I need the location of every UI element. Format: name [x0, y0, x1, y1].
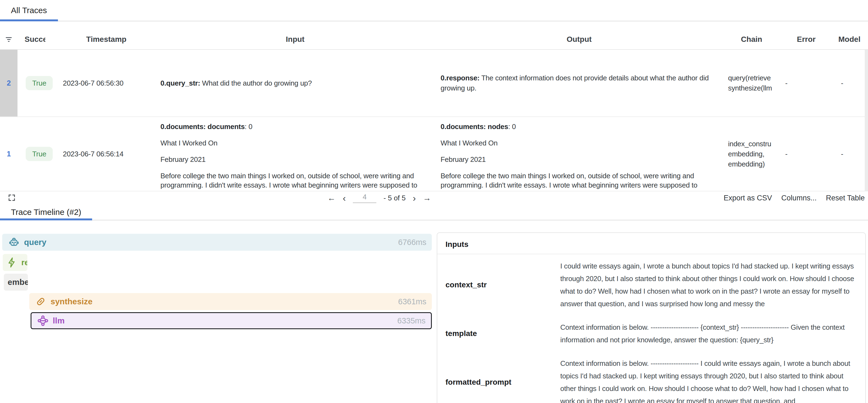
previous-page-button[interactable]: ‹	[343, 193, 346, 203]
input-field-row: formatted_prompt Context information is …	[437, 351, 865, 403]
lightning-bolt-icon	[6, 257, 18, 268]
row-number-cell[interactable]: 1	[0, 117, 18, 191]
field-label: template	[445, 329, 560, 338]
span-duration: 6361ms	[393, 297, 426, 306]
fullscreen-expand-icon[interactable]	[8, 193, 16, 202]
page-number-input[interactable]	[353, 193, 376, 203]
pagination-controls: ← ‹ - 5 of 5 › →	[328, 191, 431, 205]
span-bar-query[interactable]: query 6766ms	[2, 234, 432, 251]
filter-icon[interactable]	[6, 36, 12, 43]
timestamp-cell: 2023-06-7 06:56:14	[59, 117, 154, 191]
table-actions: Export as CSV Columns... Reset Table	[724, 191, 865, 205]
inputs-panel-title: Inputs	[437, 233, 865, 254]
tab-all-traces-label: All Traces	[11, 6, 47, 15]
error-cell: -	[782, 117, 831, 191]
table-row-trace-2[interactable]: 2 True 2023-06-7 06:56:30 0.query_str: W…	[0, 50, 868, 117]
columns-button[interactable]: Columns...	[781, 194, 817, 202]
chain-cell: index_constru embedding, embedding)	[721, 117, 782, 191]
trace-detail-workspace: query 6766ms retrieve embedding synthesi…	[0, 220, 868, 403]
success-cell: True	[18, 50, 59, 117]
table-footer-bar: ← ‹ - 5 of 5 › → Export as CSV Columns..…	[0, 191, 868, 205]
span-timeline: query 6766ms retrieve embedding synthesi…	[2, 220, 432, 403]
next-page-button[interactable]: ›	[413, 193, 416, 203]
column-header-input[interactable]: Input	[154, 35, 437, 44]
output-cell: 0.response: The context information does…	[437, 50, 721, 117]
span-bar-llm[interactable]: llm 6335ms	[31, 312, 432, 329]
error-cell: -	[782, 50, 831, 117]
timeline-tabbar: Trace Timeline (#2)	[0, 205, 868, 220]
success-cell: True	[18, 117, 59, 191]
tab-trace-timeline[interactable]: Trace Timeline (#2)	[0, 205, 92, 220]
column-header-timestamp[interactable]: Timestamp	[59, 35, 154, 44]
tab-trace-timeline-label: Trace Timeline (#2)	[11, 208, 81, 217]
field-label: context_str	[445, 280, 560, 289]
model-cell: -	[831, 50, 868, 117]
table-row-trace-1[interactable]: 1 True 2023-06-7 06:56:14 0.documents: d…	[0, 117, 868, 191]
table-header-row: Success Timestamp Input Output Chain Err…	[0, 30, 868, 50]
chain-link-icon	[35, 296, 47, 308]
input-cell: 0.query_str: What did the author do grow…	[154, 50, 437, 117]
model-cell: -	[831, 117, 868, 191]
reset-table-button[interactable]: Reset Table	[826, 194, 865, 202]
input-field-row: context_str I could write essays again, …	[437, 254, 865, 315]
span-duration: 6335ms	[392, 316, 426, 326]
traces-tabbar: All Traces	[0, 0, 868, 21]
status-badge: True	[26, 147, 53, 161]
output-cell: 0.documents: nodes: 0 What I Worked On F…	[437, 117, 721, 191]
export-csv-button[interactable]: Export as CSV	[724, 194, 772, 202]
tab-all-traces[interactable]: All Traces	[0, 0, 58, 21]
column-header-model[interactable]: Model	[831, 35, 868, 44]
page-range-label: - 5 of 5	[383, 194, 406, 202]
span-bar-synthesize[interactable]: synthesize 6361ms	[29, 293, 432, 310]
span-bar-embedding[interactable]: embedding	[4, 274, 28, 291]
status-badge: True	[26, 76, 53, 90]
network-nodes-icon	[37, 314, 49, 327]
input-cell: 0.documents: documents: 0 What I Worked …	[154, 117, 437, 191]
timestamp-cell: 2023-06-7 06:56:30	[59, 50, 154, 117]
span-bar-retrieve[interactable]: retrieve	[3, 254, 27, 271]
last-page-button[interactable]: →	[423, 194, 431, 202]
chain-cell: query(retrieve synthesize(llm	[721, 50, 782, 117]
column-header-rownum[interactable]	[0, 36, 18, 43]
field-value: Context information is below. ----------…	[560, 357, 857, 403]
robot-icon	[8, 237, 20, 248]
column-header-success[interactable]: Success	[18, 35, 59, 44]
inputs-panel: Inputs context_str I could write essays …	[437, 232, 866, 403]
row-number-cell[interactable]: 2	[0, 50, 18, 117]
span-duration: 6766ms	[393, 238, 426, 247]
column-header-error[interactable]: Error	[782, 35, 831, 44]
table-scrollbar[interactable]	[865, 50, 868, 191]
input-field-row: template Context information is below. -…	[437, 315, 865, 351]
field-label: formatted_prompt	[445, 378, 560, 386]
field-value: Context information is below. ----------…	[560, 321, 857, 346]
field-value: I could write essays again, I wrote a bu…	[560, 260, 857, 310]
column-header-chain[interactable]: Chain	[721, 35, 782, 44]
column-header-output[interactable]: Output	[437, 35, 721, 44]
first-page-button[interactable]: ←	[328, 194, 336, 202]
